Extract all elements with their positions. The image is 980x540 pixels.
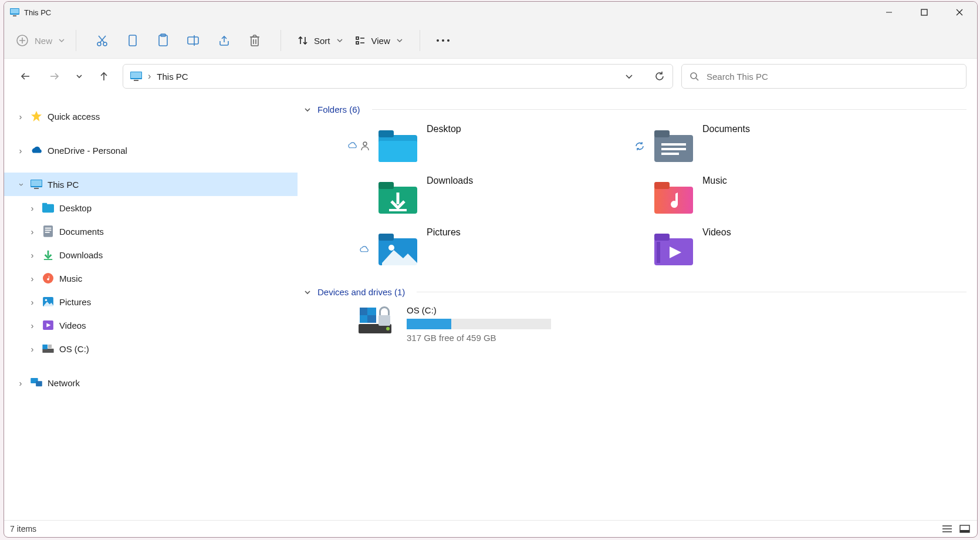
svg-rect-4 (921, 9, 927, 15)
chevron-right-icon: › (26, 203, 38, 213)
address-bar[interactable]: › This PC (123, 64, 673, 89)
desktop-folder-icon (377, 129, 418, 164)
folder-desktop[interactable]: Desktop (334, 120, 610, 172)
window-title: This PC (24, 8, 51, 17)
downloads-folder-icon (377, 180, 418, 215)
folder-label: Documents (702, 124, 750, 134)
copy-button[interactable] (122, 30, 143, 51)
new-label: New (35, 36, 52, 46)
breadcrumb[interactable]: This PC (157, 72, 188, 82)
chevron-right-icon: › (26, 320, 38, 330)
tree-onedrive[interactable]: › OneDrive - Personal (4, 139, 298, 162)
drive-osc[interactable]: OS (C:) 317 GB free of 459 GB (359, 303, 967, 343)
svg-point-81 (388, 245, 394, 251)
sync-icon (634, 141, 645, 151)
svg-rect-14 (129, 35, 136, 46)
tree-label: Network (48, 378, 80, 388)
tree-documents[interactable]: › Documents (4, 220, 298, 243)
svg-rect-63 (36, 381, 42, 386)
cloud-icon (30, 144, 43, 157)
picture-icon (42, 295, 55, 308)
svg-line-40 (696, 78, 698, 80)
tree-osc-drive[interactable]: › OS (C:) (4, 337, 298, 360)
close-button[interactable] (942, 2, 977, 23)
svg-rect-46 (42, 203, 47, 205)
refresh-button[interactable] (654, 70, 665, 82)
tree-videos[interactable]: › Videos (4, 313, 298, 337)
documents-folder-icon (653, 129, 694, 164)
group-header-folders[interactable]: Folders (6) (298, 104, 967, 114)
monitor-icon (10, 8, 19, 16)
tree-quick-access[interactable]: › Quick access (4, 104, 298, 128)
address-dropdown-button[interactable] (624, 72, 634, 81)
forward-button[interactable] (44, 66, 65, 87)
rename-button[interactable] (183, 30, 204, 51)
recent-locations-button[interactable] (73, 66, 85, 87)
svg-rect-38 (134, 80, 138, 81)
folder-label: Downloads (427, 176, 473, 186)
drive-icon (359, 305, 398, 335)
sort-label: Sort (314, 36, 330, 46)
cut-button[interactable] (92, 30, 113, 51)
navigation-pane: › Quick access › OneDrive - Personal › T… (4, 94, 298, 520)
folder-documents[interactable]: Documents (610, 120, 886, 172)
tree-pictures[interactable]: › Pictures (4, 290, 298, 313)
svg-point-53 (43, 273, 53, 284)
search-box[interactable]: Search This PC (681, 64, 967, 89)
tree-this-pc[interactable]: › This PC (4, 173, 298, 196)
back-button[interactable] (15, 66, 36, 87)
svg-rect-90 (360, 308, 367, 315)
svg-rect-1 (11, 9, 19, 14)
search-placeholder: Search This PC (707, 72, 768, 82)
group-label: Devices and drives (1) (317, 287, 405, 297)
separator (420, 30, 420, 51)
tree-network[interactable]: › Network (4, 371, 298, 394)
folder-pictures[interactable]: Pictures (334, 224, 610, 275)
chevron-right-icon: › (26, 250, 38, 260)
group-label: Folders (6) (317, 104, 360, 114)
folder-downloads[interactable]: Downloads (334, 172, 610, 224)
up-button[interactable] (93, 66, 114, 87)
view-button[interactable]: View (355, 35, 403, 46)
tree-label: Downloads (59, 250, 103, 260)
chevron-down-icon (58, 37, 65, 44)
delete-button[interactable] (244, 30, 265, 51)
more-button[interactable] (437, 39, 450, 42)
group-header-drives[interactable]: Devices and drives (1) (298, 287, 967, 297)
folder-music[interactable]: Music (610, 172, 886, 224)
monitor-icon (30, 178, 43, 191)
tree-downloads[interactable]: › Downloads (4, 243, 298, 266)
new-button[interactable]: New (16, 34, 65, 47)
sort-button[interactable]: Sort (298, 35, 343, 46)
svg-rect-66 (379, 130, 394, 137)
svg-rect-77 (654, 187, 693, 214)
svg-rect-61 (48, 345, 52, 348)
svg-rect-91 (367, 315, 376, 323)
separator (76, 30, 76, 51)
desktop-folder-icon (42, 201, 55, 214)
tree-music[interactable]: › Music (4, 266, 298, 290)
share-button[interactable] (214, 30, 235, 51)
chevron-right-icon: › (148, 71, 151, 82)
folder-videos[interactable]: Videos (610, 224, 886, 275)
maximize-button[interactable] (907, 2, 942, 23)
chevron-down-icon (336, 37, 343, 44)
monitor-icon (130, 72, 142, 81)
view-label: View (371, 36, 390, 46)
file-explorer-window: This PC New (4, 1, 978, 538)
folder-label: Videos (702, 227, 731, 238)
star-icon (30, 110, 43, 123)
videos-folder-icon (653, 232, 694, 267)
tree-label: Quick access (48, 112, 100, 122)
paste-button[interactable] (153, 30, 174, 51)
svg-rect-20 (251, 37, 258, 46)
thumbnails-view-button[interactable] (958, 524, 971, 534)
details-view-button[interactable] (941, 524, 954, 534)
search-icon (689, 71, 699, 82)
ellipsis-icon (437, 39, 450, 42)
svg-point-64 (363, 142, 367, 146)
svg-rect-49 (45, 230, 52, 231)
tree-desktop[interactable]: › Desktop (4, 196, 298, 220)
minimize-button[interactable] (871, 2, 907, 23)
svg-rect-85 (657, 242, 660, 263)
